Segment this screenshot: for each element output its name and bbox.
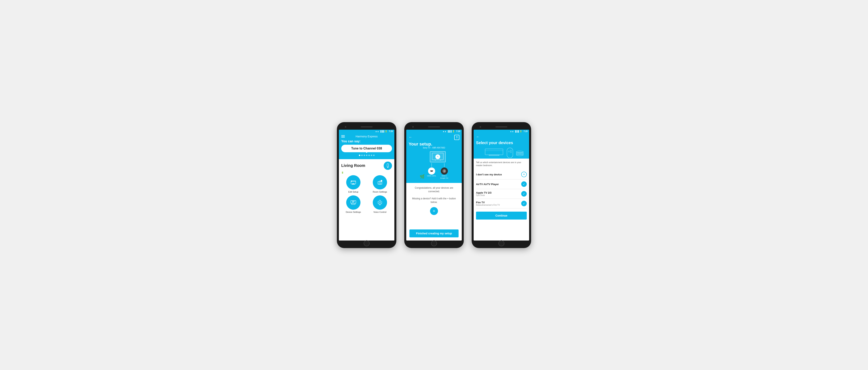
voice-control-icon [373, 195, 387, 210]
wifi-icon-3: ▲▲ [510, 130, 514, 132]
phone-3-top [474, 124, 529, 130]
dot-7[interactable] [373, 155, 375, 156]
hdmi1-circle [428, 167, 435, 175]
action-grid: Edit Setup Room Settings [341, 175, 392, 213]
hdmi2-port[interactable]: HDMI 2 Google Chr [440, 163, 448, 179]
speaker-2 [428, 126, 440, 128]
add-device-button[interactable]: + [430, 207, 438, 215]
svg-rect-29 [489, 155, 499, 156]
time-2: 7:29 [456, 130, 460, 132]
device-item-3[interactable]: Fire TV Balasubramanian's Fire TV ✓ [476, 199, 527, 208]
device-1-name: AirTV AirTV Player [476, 183, 521, 186]
wifi-icon-2: ▲▲ [442, 130, 446, 132]
dot-4[interactable] [366, 155, 367, 156]
hamburger-icon[interactable] [341, 135, 345, 138]
select-devices-title: Select your devices [476, 140, 527, 145]
edit-setup-label: Edit Setup [348, 191, 359, 193]
check-device-1-button[interactable]: ✓ [521, 181, 527, 187]
dot-3[interactable] [364, 155, 365, 156]
device-battery: 🔋 [341, 171, 392, 174]
svg-rect-10 [381, 180, 382, 181]
harmony-remote-button[interactable] [384, 162, 392, 170]
room-settings-item[interactable]: Room Settings [368, 175, 392, 193]
svg-rect-8 [379, 183, 381, 184]
setup-diagram: 🌿 ✎ [409, 150, 459, 180]
phone-3: ▲▲ ▐▐▐ 🔋 7:29 ← Select your devices [472, 122, 531, 248]
room-header: Living Room [341, 162, 392, 170]
back-button-2[interactable]: ← [409, 135, 412, 139]
device-settings-label: Device Settings [346, 211, 361, 213]
tv-icon: ✎ [430, 151, 446, 162]
wifi-icon: ▲▲ [375, 130, 379, 132]
plant-decoration: 🌿 [420, 174, 425, 179]
svg-rect-28 [485, 149, 503, 155]
front-camera-2 [412, 126, 414, 128]
svg-rect-11 [351, 201, 356, 203]
hdmi2-circle [441, 167, 448, 175]
phone-3-bottom [474, 240, 529, 246]
edit-setup-item[interactable]: Edit Setup [341, 175, 366, 193]
voice-control-label: Voice Control [373, 211, 386, 213]
svg-rect-7 [378, 181, 382, 184]
phone-3-screen: ▲▲ ▐▐▐ 🔋 7:29 ← Select your devices [474, 130, 529, 240]
device-settings-item[interactable]: Device Settings [341, 195, 366, 213]
room-title: Living Room [341, 163, 365, 168]
finished-button[interactable]: Finished creating my setup [409, 230, 459, 237]
help-button[interactable]: ? [454, 135, 459, 140]
hdmi2-line [444, 163, 444, 167]
svg-rect-31 [507, 148, 513, 158]
check-device-3-button[interactable]: ✓ [521, 201, 527, 206]
edit-icon[interactable]: ✎ [435, 155, 440, 159]
congrats-text: Congratulations, all your devices are co… [409, 186, 459, 204]
svg-line-22 [382, 202, 382, 202]
back-button-3[interactable]: ← [476, 135, 479, 139]
battery-icon-2: 🔋 [452, 130, 455, 132]
phone-1-bottom [339, 240, 394, 246]
you-can-say-label: You can say: [341, 140, 392, 143]
dot-2[interactable] [361, 155, 363, 156]
home-button-2[interactable] [431, 240, 437, 246]
svg-point-1 [388, 167, 388, 168]
room-settings-label: Room Settings [373, 191, 387, 193]
hdmi1-label: HDMI 1/MHL [427, 175, 436, 177]
time-3: 7:29 [524, 130, 528, 132]
device-item-1[interactable]: AirTV AirTV Player ✓ [476, 179, 527, 189]
p1-header: Harmony Express You can say: Tune to Cha… [339, 133, 394, 159]
voice-control-item[interactable]: Voice Control [368, 195, 392, 213]
front-camera-1 [345, 126, 346, 128]
device-item-3-info: Fire TV Balasubramanian's Fire TV [476, 201, 521, 206]
phone-1-top [339, 124, 394, 130]
signal-icon-3: ▐▐▐ [515, 130, 519, 132]
svg-point-37 [516, 151, 523, 153]
device-item-2[interactable]: Apple TV 2/3 Syls Desk ✓ [476, 189, 527, 199]
device-item-0[interactable]: I don't see my device + [476, 170, 527, 179]
carousel-dots [341, 155, 392, 156]
dot-6[interactable] [371, 155, 372, 156]
phone-2-bottom [406, 240, 462, 246]
device-item-0-info: I don't see my device [476, 173, 521, 176]
p3-header-top: ← [476, 135, 527, 139]
your-setup-title: Your setup. [409, 141, 459, 147]
add-device-0-button[interactable]: + [521, 172, 527, 177]
device-item-1-info: AirTV AirTV Player [476, 183, 521, 186]
app-title: Harmony Express [355, 135, 377, 138]
continue-button[interactable]: Continue [476, 212, 527, 220]
svg-point-33 [510, 150, 512, 151]
dot-1[interactable] [359, 155, 360, 156]
svg-point-32 [508, 151, 509, 152]
device-3-sub: Balasubramanian's Fire TV [476, 204, 521, 206]
room-settings-icon [373, 175, 387, 190]
speaker-1 [361, 126, 373, 128]
hdmi1-port[interactable]: HDMI 1/MHL [427, 163, 436, 179]
home-button-3[interactable] [498, 240, 504, 246]
home-button-1[interactable] [364, 240, 370, 246]
svg-point-34 [510, 152, 512, 153]
tv-container: ✎ HDMI 1/MHL [427, 151, 448, 179]
hdmi-ports: HDMI 1/MHL HDMI 2 Google Chr [427, 163, 448, 179]
svg-point-27 [444, 170, 445, 172]
svg-point-6 [351, 181, 352, 181]
svg-line-21 [381, 202, 382, 202]
signal-icon: ▐▐▐ [380, 130, 384, 132]
check-device-2-button[interactable]: ✓ [521, 191, 527, 197]
dot-5[interactable] [368, 155, 370, 156]
